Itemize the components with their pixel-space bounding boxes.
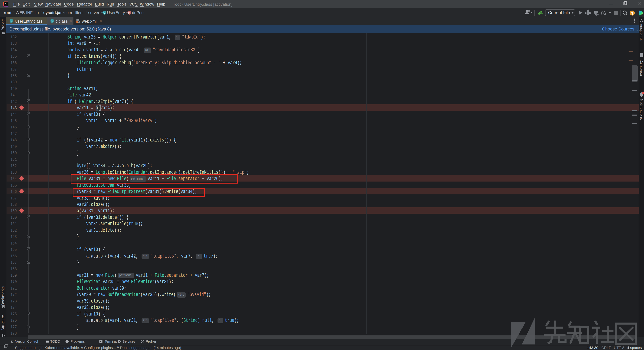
- svg-text:C: C: [52, 19, 53, 22]
- svg-text:m: m: [128, 11, 130, 14]
- svg-text:C: C: [10, 19, 12, 22]
- svg-text:Current File: Current File: [548, 10, 570, 15]
- svg-text:C: C: [104, 11, 105, 14]
- svg-text:<: <: [76, 21, 78, 23]
